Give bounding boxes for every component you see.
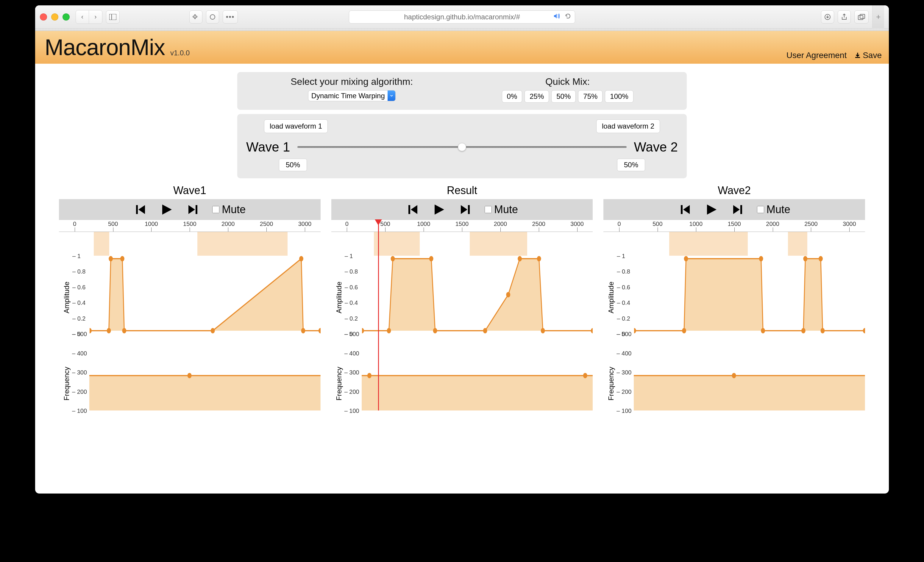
algorithm-panel: Select your mixing algorithm: Dynamic Ti… [237, 72, 687, 110]
svg-point-17 [299, 256, 303, 261]
amp-tick: 1 [72, 253, 81, 259]
tick-label: 3000 [570, 220, 584, 228]
reload-icon[interactable] [565, 13, 571, 21]
mute-toggle[interactable]: Mute [484, 203, 518, 216]
freq-tick: 100 [344, 408, 359, 414]
mute-toggle[interactable]: Mute [757, 203, 790, 216]
extension-2-button[interactable] [206, 10, 219, 24]
downloads-button[interactable] [821, 10, 834, 24]
amp-tick: 1 [617, 253, 625, 259]
tabs-button[interactable] [854, 10, 868, 24]
svg-point-41 [368, 373, 372, 378]
freq-tick: 100 [616, 408, 632, 414]
more-extensions-button[interactable]: ••• [223, 10, 238, 24]
share-button[interactable] [838, 10, 851, 24]
amp-tick: 0.2 [617, 315, 630, 322]
address-bar[interactable]: hapticdesign.github.io/macaronmix/# [349, 10, 575, 24]
algorithm-label: Select your mixing algorithm: [291, 76, 413, 87]
quickmix-50[interactable]: 50% [551, 90, 576, 103]
tick [539, 228, 539, 232]
quickmix-75[interactable]: 75% [578, 90, 603, 103]
skip-forward-icon[interactable] [458, 203, 472, 216]
play-icon[interactable] [705, 203, 718, 216]
mute-checkbox[interactable] [212, 206, 219, 213]
freq-tick: 300 [344, 369, 359, 376]
tick [228, 228, 228, 232]
quickmix-0[interactable]: 0% [502, 90, 522, 103]
tick-label: 500 [652, 220, 662, 228]
save-button[interactable]: Save [854, 51, 882, 60]
play-icon[interactable] [160, 203, 174, 216]
svg-point-36 [537, 256, 541, 261]
tick [849, 228, 850, 232]
browser-chrome: ‹ › ••• hapticdesign.github.io/macaronmi… [35, 5, 889, 28]
svg-point-50 [684, 256, 688, 261]
mute-checkbox[interactable] [484, 206, 492, 213]
amplitude-chart[interactable]: 10.80.60.40.20 [619, 256, 865, 334]
freq-tick: 500 [72, 331, 87, 337]
svg-rect-43 [681, 205, 682, 214]
mix-slider-knob[interactable] [458, 143, 466, 151]
wave1-percent: 50% [279, 159, 307, 171]
amp-tick: 0.8 [617, 268, 630, 275]
freq-tick: 500 [344, 331, 359, 337]
back-button[interactable]: ‹ [76, 10, 89, 24]
svg-rect-39 [362, 376, 593, 411]
amplitude-chart[interactable]: 10.80.60.40.20 [74, 256, 321, 334]
skip-forward-icon[interactable] [731, 203, 744, 216]
load-waveform-2-button[interactable]: load waveform 2 [596, 119, 660, 133]
mix-slider[interactable] [297, 146, 627, 148]
tick-label: 1500 [456, 220, 469, 228]
mute-label: Mute [222, 203, 246, 216]
reader-audio-icon[interactable] [554, 13, 561, 21]
extension-1-button[interactable] [189, 10, 202, 24]
page-content: MacaronMix v1.0.0 User Agreement Save Se… [35, 31, 889, 429]
tick-label: 2500 [804, 220, 818, 228]
algorithm-select[interactable]: Dynamic Time Warping [308, 90, 396, 101]
playhead[interactable] [378, 220, 379, 411]
play-icon[interactable] [432, 203, 446, 216]
tick [696, 228, 696, 232]
transport-bar: Mute [59, 199, 321, 220]
mix-panel: load waveform 1 load waveform 2 Wave 1 W… [237, 114, 687, 178]
wave-panel-title: Result [332, 184, 593, 197]
freq-tick: 400 [344, 350, 359, 357]
skip-forward-icon[interactable] [186, 203, 200, 216]
freq-tick: 300 [616, 369, 632, 376]
mute-checkbox[interactable] [757, 206, 764, 213]
user-agreement-link[interactable]: User Agreement [786, 51, 847, 60]
skip-back-icon[interactable] [678, 203, 692, 216]
amp-tick: 0.8 [345, 268, 358, 275]
svg-marker-8 [162, 204, 172, 214]
quickmix-25[interactable]: 25% [525, 90, 549, 103]
amp-tick: 0.6 [72, 284, 86, 291]
mute-toggle[interactable]: Mute [212, 203, 246, 216]
browser-window: ‹ › ••• hapticdesign.github.io/macaronmi… [35, 5, 889, 493]
load-waveform-1-button[interactable]: load waveform 1 [264, 119, 328, 133]
svg-point-14 [120, 256, 124, 261]
quickmix-100[interactable]: 100% [605, 90, 633, 103]
minimize-window-button[interactable] [51, 13, 58, 21]
waveform-preview [603, 232, 865, 256]
url-text: hapticdesign.github.io/macaronmix/# [404, 13, 520, 21]
zoom-window-button[interactable] [63, 13, 70, 21]
new-tab-button[interactable]: + [872, 5, 884, 28]
frequency-axis-label: Frequency [607, 367, 615, 400]
frequency-chart[interactable]: 500400300200100 [347, 334, 593, 411]
amplitude-chart[interactable]: 10.80.60.40.20 [347, 256, 593, 334]
svg-rect-5 [860, 14, 865, 18]
svg-rect-6 [136, 205, 138, 214]
tick-label: 1000 [689, 220, 703, 228]
tick [773, 228, 773, 232]
playhead-marker-icon [375, 219, 382, 225]
frequency-chart[interactable]: 500400300200100 [619, 334, 865, 411]
svg-point-34 [506, 292, 510, 297]
freq-tick: 500 [616, 331, 632, 337]
forward-button[interactable]: › [89, 10, 102, 24]
svg-point-60 [732, 373, 736, 378]
skip-back-icon[interactable] [134, 203, 147, 216]
skip-back-icon[interactable] [406, 203, 420, 216]
frequency-chart[interactable]: 500400300200100 [74, 334, 321, 411]
close-window-button[interactable] [40, 13, 47, 21]
sidebar-button[interactable] [106, 10, 120, 24]
